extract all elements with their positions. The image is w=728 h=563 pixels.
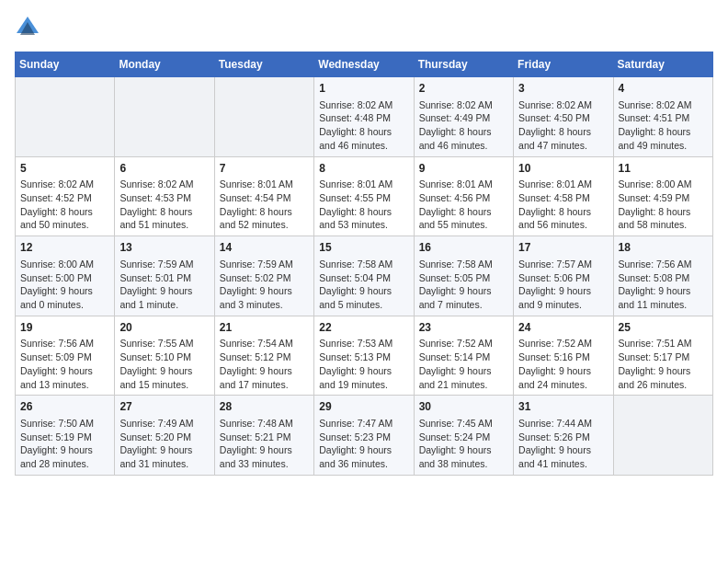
cell-text: Sunrise: 7:47 AM: [319, 417, 408, 431]
cell-text: Daylight: 8 hours: [20, 205, 109, 219]
calendar-cell: 7Sunrise: 8:01 AMSunset: 4:54 PMDaylight…: [214, 156, 313, 236]
cell-text: Sunset: 4:59 PM: [619, 191, 708, 205]
cell-text: and 31 minutes.: [119, 457, 209, 471]
calendar-cell: 18Sunrise: 7:56 AMSunset: 5:08 PMDayligh…: [613, 236, 712, 316]
cell-text: and 46 minutes.: [419, 139, 508, 153]
cell-text: Sunset: 5:09 PM: [20, 350, 109, 364]
day-number: 11: [619, 161, 708, 177]
day-number: 10: [518, 161, 608, 177]
calendar-cell: [16, 77, 115, 157]
cell-text: Sunrise: 7:52 AM: [518, 337, 608, 350]
cell-text: Sunrise: 8:02 AM: [319, 98, 408, 112]
cell-text: Daylight: 9 hours: [220, 364, 309, 378]
cell-text: Sunrise: 7:55 AM: [119, 337, 209, 350]
day-number: 25: [619, 320, 708, 336]
cell-text: Daylight: 9 hours: [319, 284, 408, 298]
day-number: 21: [220, 320, 309, 336]
cell-text: Sunrise: 8:01 AM: [419, 178, 508, 191]
cell-text: Daylight: 8 hours: [119, 205, 209, 219]
cell-text: Sunset: 5:05 PM: [419, 271, 508, 285]
weekday-header-friday: Friday: [514, 52, 613, 77]
day-number: 4: [619, 81, 708, 97]
cell-text: Daylight: 9 hours: [619, 284, 708, 298]
cell-text: Daylight: 8 hours: [220, 205, 309, 219]
cell-text: Sunset: 5:02 PM: [220, 271, 309, 285]
day-number: 27: [119, 399, 209, 415]
cell-text: Sunrise: 7:49 AM: [119, 417, 209, 431]
cell-text: Sunset: 5:12 PM: [220, 350, 309, 364]
cell-text: and 19 minutes.: [319, 378, 408, 392]
calendar-cell: 12Sunrise: 8:00 AMSunset: 5:00 PMDayligh…: [16, 236, 115, 316]
cell-text: Sunrise: 8:00 AM: [20, 258, 109, 271]
cell-text: and 50 minutes.: [20, 218, 109, 232]
day-number: 19: [20, 320, 109, 336]
cell-text: Sunrise: 7:45 AM: [419, 417, 508, 431]
cell-text: Daylight: 9 hours: [20, 443, 109, 457]
cell-text: Sunrise: 7:57 AM: [518, 258, 608, 271]
calendar-cell: 5Sunrise: 8:02 AMSunset: 4:52 PMDaylight…: [16, 156, 115, 236]
cell-text: Daylight: 8 hours: [419, 125, 508, 139]
day-number: 30: [419, 399, 508, 415]
cell-text: and 47 minutes.: [518, 139, 608, 153]
cell-text: Daylight: 8 hours: [619, 205, 708, 219]
calendar-week-row: 19Sunrise: 7:56 AMSunset: 5:09 PMDayligh…: [16, 316, 713, 396]
calendar-week-row: 1Sunrise: 8:02 AMSunset: 4:48 PMDaylight…: [16, 77, 713, 157]
day-number: 7: [220, 161, 309, 177]
cell-text: Sunrise: 7:51 AM: [619, 337, 708, 350]
cell-text: Sunset: 4:51 PM: [619, 111, 708, 125]
calendar-cell: 1Sunrise: 8:02 AMSunset: 4:48 PMDaylight…: [314, 77, 414, 157]
calendar-cell: 3Sunrise: 8:02 AMSunset: 4:50 PMDaylight…: [514, 77, 613, 157]
calendar-cell: 19Sunrise: 7:56 AMSunset: 5:09 PMDayligh…: [16, 316, 115, 396]
cell-text: Daylight: 9 hours: [319, 443, 408, 457]
cell-text: Daylight: 9 hours: [419, 284, 508, 298]
cell-text: Sunset: 5:06 PM: [518, 271, 608, 285]
cell-text: Sunset: 4:49 PM: [419, 111, 508, 125]
cell-text: Sunrise: 7:53 AM: [319, 337, 408, 350]
day-number: 1: [319, 81, 408, 97]
calendar-body: 1Sunrise: 8:02 AMSunset: 4:48 PMDaylight…: [16, 77, 713, 476]
cell-text: Sunset: 4:54 PM: [220, 191, 309, 205]
cell-text: Sunrise: 8:00 AM: [619, 178, 708, 191]
day-number: 31: [518, 399, 608, 415]
weekday-header-tuesday: Tuesday: [214, 52, 313, 77]
cell-text: Sunrise: 7:58 AM: [419, 258, 508, 271]
calendar-cell: 20Sunrise: 7:55 AMSunset: 5:10 PMDayligh…: [115, 316, 214, 396]
cell-text: Sunset: 5:10 PM: [119, 350, 209, 364]
cell-text: and 46 minutes.: [319, 139, 408, 153]
cell-text: Sunset: 4:52 PM: [20, 191, 109, 205]
cell-text: Sunset: 5:08 PM: [619, 271, 708, 285]
calendar-cell: 29Sunrise: 7:47 AMSunset: 5:23 PMDayligh…: [314, 396, 414, 476]
cell-text: Sunset: 5:21 PM: [220, 431, 309, 444]
cell-text: and 58 minutes.: [619, 218, 708, 232]
day-number: 22: [319, 320, 408, 336]
day-number: 13: [119, 240, 209, 256]
cell-text: Daylight: 9 hours: [419, 443, 508, 457]
calendar-cell: 21Sunrise: 7:54 AMSunset: 5:12 PMDayligh…: [214, 316, 313, 396]
calendar-week-row: 5Sunrise: 8:02 AMSunset: 4:52 PMDaylight…: [16, 156, 713, 236]
day-number: 15: [319, 240, 408, 256]
cell-text: Sunset: 4:53 PM: [119, 191, 209, 205]
cell-text: and 5 minutes.: [319, 298, 408, 312]
cell-text: Daylight: 8 hours: [319, 125, 408, 139]
cell-text: and 13 minutes.: [20, 378, 109, 392]
cell-text: Daylight: 8 hours: [518, 205, 608, 219]
cell-text: Sunrise: 8:02 AM: [119, 178, 209, 191]
cell-text: Sunset: 5:16 PM: [518, 350, 608, 364]
cell-text: and 11 minutes.: [619, 298, 708, 312]
cell-text: and 51 minutes.: [119, 218, 209, 232]
cell-text: Daylight: 9 hours: [419, 364, 508, 378]
day-number: 2: [419, 81, 508, 97]
calendar-header: SundayMondayTuesdayWednesdayThursdayFrid…: [16, 52, 713, 77]
cell-text: Sunset: 5:26 PM: [518, 431, 608, 444]
cell-text: and 15 minutes.: [119, 378, 209, 392]
cell-text: and 21 minutes.: [419, 378, 508, 392]
calendar-cell: 2Sunrise: 8:02 AMSunset: 4:49 PMDaylight…: [414, 77, 513, 157]
calendar-cell: 13Sunrise: 7:59 AMSunset: 5:01 PMDayligh…: [115, 236, 214, 316]
cell-text: Sunrise: 7:59 AM: [220, 258, 309, 271]
cell-text: Daylight: 9 hours: [20, 284, 109, 298]
page-header: [15, 15, 713, 40]
cell-text: and 24 minutes.: [518, 378, 608, 392]
day-number: 24: [518, 320, 608, 336]
calendar-cell: 25Sunrise: 7:51 AMSunset: 5:17 PMDayligh…: [613, 316, 712, 396]
calendar-cell: 22Sunrise: 7:53 AMSunset: 5:13 PMDayligh…: [314, 316, 414, 396]
